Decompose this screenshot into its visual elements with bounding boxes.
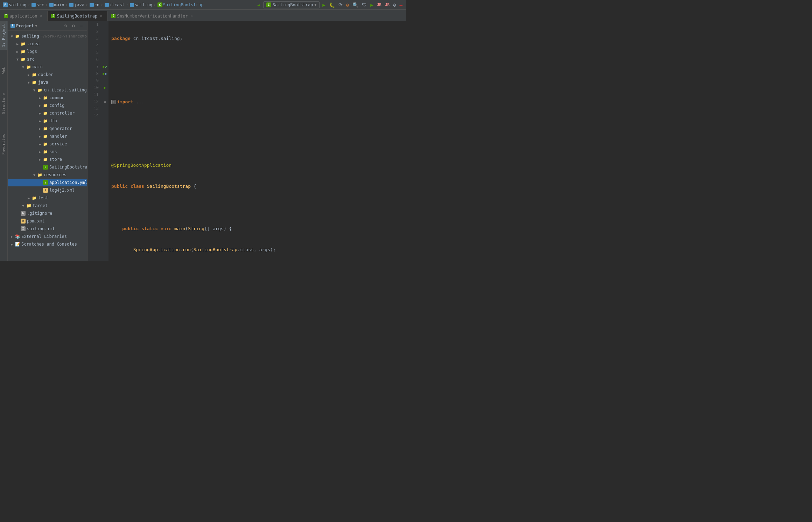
- tree-item-dto[interactable]: ▶ 📁 dto: [8, 117, 87, 125]
- settings-icon[interactable]: ⚙: [392, 1, 397, 8]
- bug2-icon[interactable]: ⚙: [345, 1, 350, 8]
- run-gutter-10[interactable]: ▶: [104, 85, 106, 90]
- tree-item-test[interactable]: ▶ 📁 test: [8, 194, 87, 202]
- tab-smsnumber[interactable]: J SmsNumberVerificationHandler ×: [107, 11, 198, 21]
- tab-project[interactable]: 1: Project: [0, 21, 7, 50]
- tree-item-src[interactable]: ▼ 📁 src: [8, 55, 87, 63]
- tree-item-common[interactable]: ▶ 📁 common: [8, 94, 87, 102]
- run2-icon[interactable]: ▶: [370, 1, 374, 8]
- code-line-1: package cn.itcast.sailing;: [111, 35, 403, 42]
- tree-item-sailing[interactable]: ▼ 📁 sailing ~/work/P2P/FinanceWorkspace/…: [8, 32, 87, 40]
- collapse-icon[interactable]: —: [78, 23, 84, 29]
- gutter-6: [102, 56, 108, 63]
- tree-item-java[interactable]: ▼ 📁 java: [8, 78, 87, 86]
- run-gutter-8[interactable]: ▶: [103, 71, 105, 76]
- tree-item-pom[interactable]: ▶ M pom.xml: [8, 217, 87, 225]
- tab-close-2[interactable]: ×: [189, 14, 194, 19]
- code-content[interactable]: package cn.itcast.sailing; + import ... …: [108, 21, 406, 261]
- cn-label: cn.itcast.sailing: [44, 88, 87, 92]
- arrow-dto: ▶: [37, 118, 43, 124]
- run-gutter-7[interactable]: ▶: [103, 64, 105, 69]
- tab-web[interactable]: Web: [0, 64, 7, 76]
- tab-label-sms: SmsNumberVerificationHandler: [117, 14, 188, 19]
- tree-item-config[interactable]: ▶ 📁 config: [8, 102, 87, 109]
- tab-structure[interactable]: Structure: [0, 90, 7, 117]
- tree-item-log4j2[interactable]: ▶ X log4j2.xml: [8, 186, 87, 194]
- breadcrumb-main[interactable]: main: [49, 2, 64, 7]
- code-line-6: [111, 141, 403, 148]
- tab-favorites[interactable]: Favorites: [0, 131, 7, 158]
- java-tab-icon: J: [51, 14, 55, 18]
- tab-close-1[interactable]: ×: [99, 14, 104, 19]
- folder-config-icon: 📁: [43, 103, 48, 108]
- tree-item-logs[interactable]: ▶ 📁 logs: [8, 48, 87, 55]
- tree-item-idea[interactable]: ▶ 📁 .idea: [8, 40, 87, 48]
- search-icon[interactable]: 🔍: [352, 1, 359, 8]
- tree-item-application-yml[interactable]: ▶ Y application.yml: [8, 179, 87, 186]
- toolbar-actions: ↩ C SailingBootstrap ▼ ▶ 🐛 ⟳ ⚙ 🔍 🛡 ▶ JR …: [257, 1, 403, 8]
- locate-icon[interactable]: ⊙: [63, 23, 69, 29]
- shield-icon[interactable]: 🛡: [361, 1, 368, 8]
- tree-item-gitignore[interactable]: ▶ G .gitignore: [8, 210, 87, 217]
- tree-item-store[interactable]: ▶ 📁 store: [8, 156, 87, 163]
- src-label: src: [27, 57, 35, 62]
- breadcrumb-class[interactable]: C SailingBootstrap: [158, 2, 204, 7]
- revert-icon[interactable]: ↩: [257, 1, 261, 8]
- gutter-8: ▶ ▶: [102, 70, 108, 77]
- tree-item-sailingbootstrap-file[interactable]: ▶ C SailingBootstrap: [8, 163, 87, 171]
- code-line-5: [111, 119, 403, 126]
- tree-item-handler[interactable]: ▶ 📁 handler: [8, 132, 87, 140]
- tree-item-service[interactable]: ▶ 📁 service: [8, 140, 87, 148]
- dropdown-icon[interactable]: ▼: [35, 24, 37, 28]
- breadcrumb-src[interactable]: src: [31, 2, 44, 7]
- tree-item-generator[interactable]: ▶ 📁 generator: [8, 125, 87, 132]
- minimize-icon[interactable]: —: [399, 1, 403, 8]
- pom-label: pom.xml: [27, 219, 45, 224]
- tree-item-sms[interactable]: ▶ 📁 sms: [8, 148, 87, 156]
- tree-item-docker[interactable]: ▶ 📁 docker: [8, 71, 87, 78]
- line-num-8: 8: [90, 70, 99, 77]
- main-label: main: [33, 64, 43, 69]
- breadcrumb-itcast[interactable]: itcast: [105, 2, 125, 7]
- debug-icon[interactable]: 🐛: [328, 1, 336, 8]
- tree-item-cn-itcast[interactable]: ▼ 📁 cn.itcast.sailing: [8, 86, 87, 94]
- code-line-3: [111, 77, 403, 84]
- tree-item-target[interactable]: ▼ 📁 target: [8, 202, 87, 210]
- gitignore-icon: G: [20, 211, 26, 216]
- settings-sidebar-icon[interactable]: ⚙: [70, 23, 77, 29]
- tab-close-0[interactable]: ×: [38, 14, 43, 19]
- fold-import[interactable]: +: [111, 100, 115, 104]
- jrebel2-icon[interactable]: JR: [384, 2, 390, 8]
- controller-label: controller: [49, 111, 75, 116]
- breadcrumb-java[interactable]: java: [69, 2, 84, 7]
- pom-file-icon: M: [20, 218, 26, 224]
- code-line-10: public static void main(String[] args) {: [111, 225, 403, 232]
- gutter-7: ▶ ✔: [102, 63, 108, 70]
- tab-application[interactable]: Y application ×: [0, 11, 47, 21]
- run-config[interactable]: C SailingBootstrap ▼: [263, 1, 320, 8]
- tree-item-ext-libs[interactable]: ▶ 📚 External Libraries: [8, 233, 87, 240]
- breadcrumb-cn[interactable]: cn: [90, 2, 99, 7]
- gutter-4: [102, 42, 108, 49]
- sidebar: P Project ▼ ⊙ ⚙ — ▼ 📁 sailing ~/work/P2P…: [8, 21, 88, 261]
- folder-main-icon: 📁: [26, 64, 31, 70]
- project-folder-icon: 📁: [15, 33, 20, 39]
- java-tab-icon2: J: [111, 14, 115, 18]
- tree-item-controller[interactable]: ▶ 📁 controller: [8, 109, 87, 117]
- gutter-1: [102, 21, 108, 28]
- breadcrumb-sailing-pkg[interactable]: sailing: [130, 2, 153, 7]
- tab-sailingbootstrap[interactable]: J SailingBootstrap ×: [47, 11, 107, 21]
- arrow-docker: ▶: [26, 72, 31, 77]
- tree-item-scratches[interactable]: ▶ 📝 Scratches and Consoles: [8, 240, 87, 248]
- tree-item-resources[interactable]: ▼ 📁 resources: [8, 171, 87, 179]
- code-line-2: [111, 56, 403, 63]
- tab-label-active: SailingBootstrap: [57, 14, 97, 19]
- reload-icon[interactable]: ⟳: [338, 1, 343, 8]
- tree-item-iml[interactable]: ▶ I sailing.iml: [8, 225, 87, 233]
- tree-item-main[interactable]: ▼ 📁 main: [8, 63, 87, 71]
- jrebel1-icon[interactable]: JR: [376, 2, 382, 8]
- run-icon[interactable]: ▶: [322, 1, 326, 8]
- breadcrumb-sailing[interactable]: sailing: [9, 2, 27, 7]
- line-num-2: 2: [90, 28, 99, 35]
- gutter-5: [102, 49, 108, 56]
